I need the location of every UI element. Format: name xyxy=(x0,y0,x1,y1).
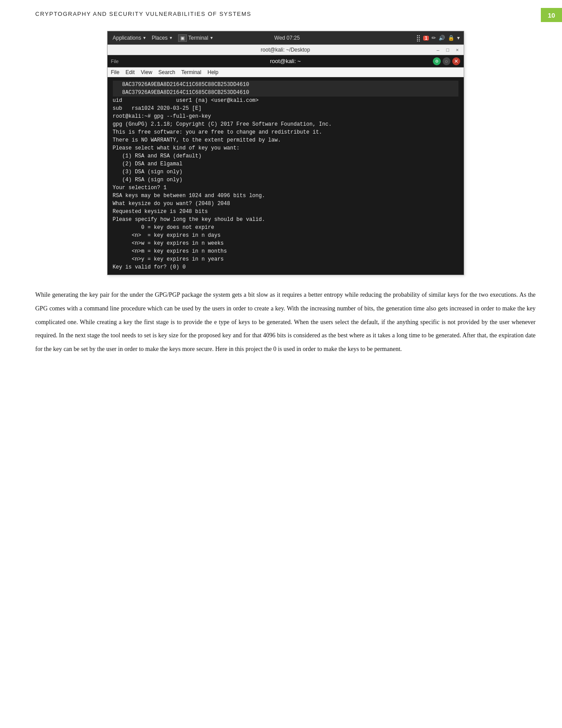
terminal-line: uid user1 (na) <user@kali.com> xyxy=(113,97,458,105)
terminal-icon: ▣ xyxy=(178,34,187,42)
terminal-line: <n>y = key expires in n years xyxy=(113,255,458,263)
terminal-line: (3) DSA (sign only) xyxy=(113,168,458,176)
terminal-line: sub rsa1024 2020-03-25 [E] xyxy=(113,105,458,112)
network-icon: ⣿ xyxy=(416,34,421,41)
terminal-body: 8AC37926A9EBA8D2164C11C685C88CB253DD4610… xyxy=(108,77,464,275)
terminal-screenshot: Applications ▼ Places ▼ ▣ Terminal ▼ Wed… xyxy=(107,31,464,275)
places-menu[interactable]: Places ▼ xyxy=(150,35,175,41)
places-arrow-icon: ▼ xyxy=(169,36,173,40)
menu-view[interactable]: View xyxy=(141,69,153,75)
terminal-line: (4) RSA (sign only) xyxy=(113,176,458,184)
page-number: 10 xyxy=(541,8,562,22)
places-label: Places xyxy=(152,35,167,41)
menu-terminal[interactable]: Terminal xyxy=(181,69,201,75)
page-title: CRYPTOGRAPHY AND SECURITY VULNERABILITIE… xyxy=(35,11,251,17)
power-icon: ▾ xyxy=(457,35,460,41)
window-controls: – □ × xyxy=(435,46,461,53)
terminal-line: This is free software: you are free to c… xyxy=(113,128,458,136)
terminal-line: root@kali:~# gpg --full-gen-key xyxy=(113,112,458,120)
terminal-line: <n> = key expires in n days xyxy=(113,231,458,239)
terminal-line: (1) RSA and RSA (default) xyxy=(113,152,458,160)
terminal-window-controls: ⚙ ○ ✕ xyxy=(433,57,460,65)
terminal-line: 0 = key does not expire xyxy=(113,224,458,231)
terminal-line: What keysize do you want? (2048) 2048 xyxy=(113,200,458,208)
window-titlebar: root@kali: ~/Desktop – □ × xyxy=(108,45,464,55)
volume-icon: 🔊 xyxy=(439,35,445,41)
applications-menu[interactable]: Applications ▼ xyxy=(111,35,149,41)
terminal-line: gpg (GnuPG) 2.1.18; Copyright (C) 2017 F… xyxy=(113,120,458,128)
applications-arrow-icon: ▼ xyxy=(142,36,146,40)
menu-search[interactable]: Search xyxy=(158,69,175,75)
file-label: File xyxy=(111,59,119,64)
terminal-window-title: root@kali: ~ xyxy=(270,58,301,64)
terminal-line: 8AC37926A9EBA8D2164C11C685C88CB253DD4610 xyxy=(113,81,458,89)
terminal-line: (2) DSA and Elgamal xyxy=(113,160,458,168)
terminal-line: RSA keys may be between 1024 and 4096 bi… xyxy=(113,192,458,200)
body-paragraph: While generating the key pair for the un… xyxy=(35,288,536,356)
close-button[interactable]: × xyxy=(454,46,461,53)
content-area: Applications ▼ Places ▼ ▣ Terminal ▼ Wed… xyxy=(35,31,536,356)
terminal-line: <n>m = key expires in n months xyxy=(113,247,458,255)
maximize-button[interactable]: □ xyxy=(444,46,451,53)
terminal-line: Please select what kind of key you want: xyxy=(113,144,458,152)
terminal-line: Key is valid for? (0) 0 xyxy=(113,263,458,271)
menu-help[interactable]: Help xyxy=(208,69,219,75)
terminal-line: 8AC37926A9EBA8D2164C11C685C88CB253DD4610 xyxy=(113,89,458,97)
terminal-line: Please specify how long the key should b… xyxy=(113,216,458,224)
menu-file[interactable]: File xyxy=(111,69,119,75)
taskbar-time: Wed 07:25 xyxy=(274,35,300,41)
minimize-button[interactable]: – xyxy=(435,46,442,53)
terminal-settings-button[interactable]: ⚙ xyxy=(433,57,441,65)
terminal-menubar: File Edit View Search Terminal Help xyxy=(108,67,464,77)
terminal-label: Terminal xyxy=(188,35,208,41)
terminal-line: Your selection? 1 xyxy=(113,184,458,192)
taskbar-right: ⣿ 1 ✏ 🔊 🔒 ▾ xyxy=(416,34,460,41)
applications-label: Applications xyxy=(113,35,141,41)
terminal-close-button[interactable]: ✕ xyxy=(452,57,460,65)
menu-edit[interactable]: Edit xyxy=(126,69,135,75)
kali-taskbar: Applications ▼ Places ▼ ▣ Terminal ▼ Wed… xyxy=(108,31,464,45)
terminal-menu[interactable]: ▣ Terminal ▼ xyxy=(176,34,215,42)
window-title: root@kali: ~/Desktop xyxy=(261,47,310,53)
body-text: While generating the key pair for the un… xyxy=(35,288,536,356)
terminal-title-bar: File root@kali: ~ ⚙ ○ ✕ xyxy=(108,55,464,67)
terminal-line: <n>w = key expires in n weeks xyxy=(113,239,458,247)
terminal-line: Requested keysize is 2048 bits xyxy=(113,208,458,216)
notification-badge: 1 xyxy=(423,36,429,41)
terminal-minimize-button[interactable]: ○ xyxy=(443,57,450,65)
terminal-arrow-icon: ▼ xyxy=(209,36,213,40)
edit-icon: ✏ xyxy=(432,35,436,41)
lock-icon: 🔒 xyxy=(448,35,454,41)
terminal-line: There is NO WARRANTY, to the extent perm… xyxy=(113,136,458,144)
